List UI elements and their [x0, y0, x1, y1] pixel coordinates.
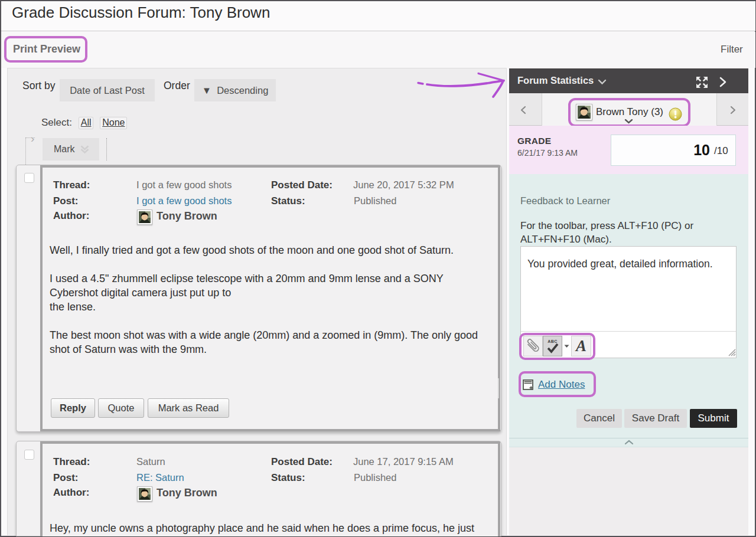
svg-text:ABC: ABC [548, 339, 558, 343]
